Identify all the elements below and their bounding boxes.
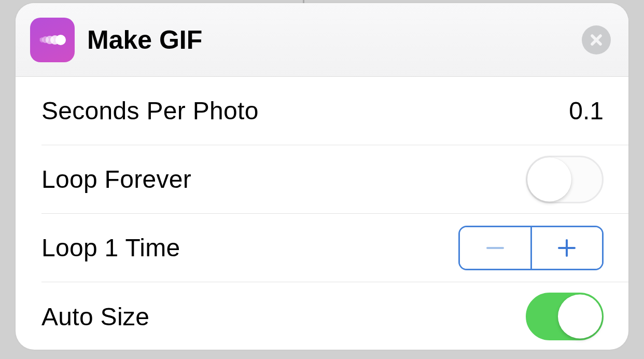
close-icon	[589, 32, 604, 48]
plus-icon	[556, 237, 578, 259]
make-gif-card: Make GIF Seconds Per Photo 0.1 Loop Fore…	[16, 3, 628, 350]
card-title: Make GIF	[87, 25, 202, 55]
auto-size-toggle[interactable]	[526, 293, 604, 340]
loop-forever-toggle[interactable]	[526, 156, 604, 203]
loop-times-row: Loop 1 Time	[41, 214, 628, 282]
loop-forever-row: Loop Forever	[41, 145, 628, 214]
minus-icon	[484, 237, 506, 259]
loop-times-stepper	[458, 226, 604, 270]
motion-trail-icon	[39, 35, 66, 45]
seconds-per-photo-label: Seconds Per Photo	[41, 96, 259, 125]
toggle-knob	[527, 157, 571, 201]
seconds-per-photo-value: 0.1	[569, 96, 604, 125]
stepper-decrement-button[interactable]	[460, 227, 532, 269]
toggle-knob	[558, 295, 602, 339]
close-button[interactable]	[582, 25, 611, 54]
loop-times-label: Loop 1 Time	[41, 233, 180, 262]
seconds-per-photo-row[interactable]: Seconds Per Photo 0.1	[41, 77, 628, 145]
loop-forever-label: Loop Forever	[41, 165, 191, 194]
make-gif-icon	[30, 18, 75, 62]
stepper-increment-button[interactable]	[532, 227, 603, 269]
settings-list: Seconds Per Photo 0.1 Loop Forever Loop …	[16, 77, 628, 350]
card-header: Make GIF	[16, 3, 628, 77]
auto-size-row: Auto Size	[41, 282, 628, 350]
auto-size-label: Auto Size	[41, 302, 149, 331]
